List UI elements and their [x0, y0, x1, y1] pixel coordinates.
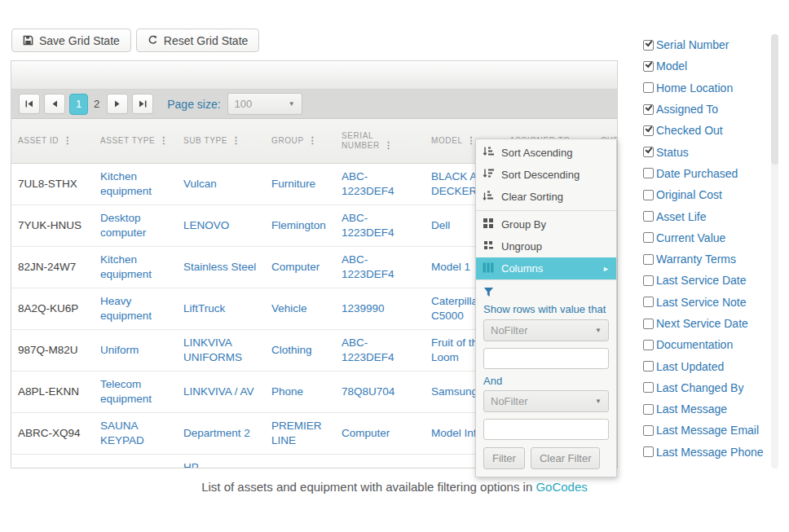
column-toggle-asset-life[interactable]: Asset Life: [643, 205, 765, 226]
column-header-serial-number[interactable]: SERIAL NUMBER⋮: [335, 119, 425, 163]
cell-asset-id: AKTM-N3BL: [11, 454, 94, 468]
menu-item-group-by[interactable]: Group By: [476, 213, 616, 235]
filter-operator-select-2[interactable]: NoFilter ▼: [483, 390, 609, 412]
sort-descending-icon: [483, 168, 494, 182]
chevron-down-icon: ▼: [289, 100, 295, 108]
checkbox-checked-icon[interactable]: [643, 147, 654, 157]
scrollbar-thumb[interactable]: [771, 34, 778, 165]
first-page-button[interactable]: [19, 94, 40, 114]
column-toggle-documentation[interactable]: Documentation: [643, 334, 765, 355]
checkbox-unchecked-icon[interactable]: [643, 211, 654, 222]
checkbox-unchecked-icon[interactable]: [643, 425, 654, 436]
gocodes-link[interactable]: GoCodes: [536, 480, 587, 494]
cell-sub-type: LiftTruck: [177, 288, 265, 329]
menu-item-ungroup[interactable]: Ungroup: [476, 235, 616, 257]
checkbox-unchecked-icon[interactable]: [643, 404, 654, 415]
column-toggle-serial-number[interactable]: Serial Number: [643, 34, 765, 55]
column-toggle-home-location[interactable]: Home Location: [643, 77, 765, 99]
column-toggle-label: Last Service Date: [656, 274, 747, 287]
page-button-current[interactable]: 1: [69, 94, 88, 115]
menu-item-clear-sorting[interactable]: Clear Sorting: [476, 186, 616, 208]
column-toggle-last-service-date[interactable]: Last Service Date: [643, 270, 765, 291]
filter-value-input-1[interactable]: [483, 348, 609, 369]
column-menu-icon[interactable]: ⋮: [384, 140, 394, 150]
checkbox-unchecked-icon[interactable]: [643, 254, 654, 265]
column-menu-icon[interactable]: ⋮: [308, 135, 318, 145]
column-menu-icon[interactable]: ⋮: [159, 135, 169, 145]
column-toggle-label: Home Location: [656, 81, 733, 95]
checkbox-unchecked-icon[interactable]: [643, 446, 654, 457]
column-toggle-label: Last Updated: [656, 360, 724, 373]
column-header-label: ASSET ID: [18, 136, 59, 145]
column-toggle-last-message[interactable]: Last Message: [643, 398, 765, 420]
checkbox-unchecked-icon[interactable]: [643, 340, 654, 350]
column-toggle-assigned-to[interactable]: Assigned To: [643, 99, 765, 120]
column-toggle-original-cost[interactable]: Original Cost: [643, 184, 765, 205]
column-toggle-date-purchased[interactable]: Date Purchased: [643, 163, 765, 184]
column-toggle-last-message-email[interactable]: Last Message Email: [643, 420, 765, 441]
checkbox-unchecked-icon[interactable]: [643, 297, 654, 307]
column-header-label: ASSET TYPE: [100, 136, 155, 145]
caption: List of assets and equipment with availa…: [0, 480, 789, 494]
next-page-button[interactable]: [107, 94, 128, 114]
column-toggle-last-updated[interactable]: Last Updated: [643, 355, 765, 376]
cell-sub-type: Vulcan: [177, 163, 265, 204]
checkbox-unchecked-icon[interactable]: [643, 232, 654, 243]
menu-item-sort-descending[interactable]: Sort Descending: [476, 164, 616, 186]
last-page-button[interactable]: [132, 94, 153, 114]
cell-group: Computer: [265, 454, 335, 468]
checkbox-unchecked-icon[interactable]: [643, 361, 654, 372]
checkbox-unchecked-icon[interactable]: [643, 382, 654, 393]
column-toggle-model[interactable]: Model: [643, 55, 765, 77]
save-grid-state-button[interactable]: Save Grid State: [11, 29, 131, 52]
page-button-2[interactable]: 2: [94, 98, 99, 110]
reset-grid-state-button[interactable]: Reset Grid State: [136, 29, 260, 52]
column-header-sub-type[interactable]: SUB TYPE⋮: [177, 119, 265, 163]
cell-asset-type: Printer / Scanner: [94, 454, 177, 468]
column-toggle-last-changed-by[interactable]: Last Changed By: [643, 377, 765, 398]
cell-sub-type: LINKVIVA UNIFORMS: [177, 329, 265, 371]
cell-serial-number: Computer: [335, 412, 425, 454]
checkbox-unchecked-icon[interactable]: [643, 190, 654, 200]
menu-item-columns[interactable]: Columns►: [476, 257, 616, 279]
checkbox-checked-icon[interactable]: [643, 104, 654, 115]
cell-asset-type: SAUNA KEYPAD: [94, 412, 177, 454]
column-toggle-next-service-date[interactable]: Next Service Date: [643, 313, 765, 334]
column-toggle-label: Original Cost: [656, 188, 722, 201]
column-toggle-label: Assigned To: [656, 103, 718, 116]
column-toggle-partial[interactable]: [643, 463, 765, 468]
column-header-asset-id[interactable]: ASSET ID⋮: [11, 119, 94, 163]
column-header-asset-type[interactable]: ASSET TYPE⋮: [94, 119, 177, 163]
filter-apply-button[interactable]: Filter: [483, 447, 525, 469]
column-header-group[interactable]: GROUP⋮: [265, 119, 335, 163]
pagination-bar: 1 2 Page size: 100 ▼: [11, 90, 617, 119]
checkbox-unchecked-icon[interactable]: [643, 168, 654, 178]
filter-clear-button[interactable]: Clear Filter: [531, 447, 601, 469]
menu-item-sort-ascending[interactable]: Sort Ascending: [476, 142, 616, 164]
cell-serial-number: 78Q8U704: [335, 371, 425, 412]
column-toggle-last-service-note[interactable]: Last Service Note: [643, 292, 765, 313]
checkbox-unchecked-icon[interactable]: [643, 319, 654, 329]
cell-asset-id: 82JN-24W7: [11, 246, 94, 288]
previous-page-button[interactable]: [44, 94, 65, 114]
checkbox-unchecked-icon[interactable]: [643, 82, 654, 93]
checkbox-checked-icon[interactable]: [643, 125, 654, 136]
column-toggle-current-value[interactable]: Current Value: [643, 227, 765, 248]
column-toggle-status[interactable]: Status: [643, 141, 765, 162]
column-toggle-label: Last Changed By: [656, 381, 743, 394]
column-menu-icon[interactable]: ⋮: [63, 135, 73, 145]
chevron-down-icon: ▼: [595, 327, 602, 334]
checkbox-checked-icon[interactable]: [643, 61, 654, 72]
column-toggle-label: Current Value: [656, 231, 725, 244]
filter-operator-select-1[interactable]: NoFilter ▼: [483, 319, 609, 341]
column-toggle-last-message-phone[interactable]: Last Message Phone: [643, 442, 765, 463]
filter-value-input-2[interactable]: [483, 419, 609, 440]
column-toggle-warranty-terms[interactable]: Warranty Terms: [643, 248, 765, 270]
checkbox-checked-icon[interactable]: [643, 40, 654, 51]
checkbox-unchecked-icon[interactable]: [643, 275, 654, 286]
column-toggle-checked-out[interactable]: Checked Out: [643, 120, 765, 141]
sidebar-scrollbar[interactable]: [771, 34, 778, 468]
cell-asset-id: A8PL-EKNN: [11, 371, 94, 412]
column-menu-icon[interactable]: ⋮: [231, 135, 241, 145]
page-size-select[interactable]: 100 ▼: [227, 93, 302, 115]
